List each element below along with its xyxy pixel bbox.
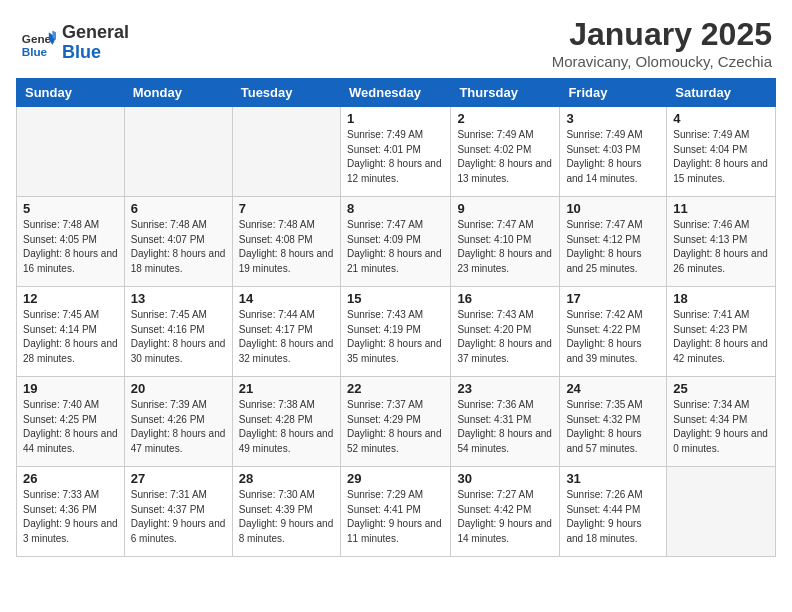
day-cell-1: 1Sunrise: 7:49 AMSunset: 4:01 PMDaylight… bbox=[340, 107, 450, 197]
day-info: Sunrise: 7:27 AMSunset: 4:42 PMDaylight:… bbox=[457, 488, 553, 546]
day-number: 17 bbox=[566, 291, 660, 306]
page-header: General Blue General Blue January 2025 M… bbox=[0, 0, 792, 78]
week-row-4: 19Sunrise: 7:40 AMSunset: 4:25 PMDayligh… bbox=[17, 377, 776, 467]
day-number: 13 bbox=[131, 291, 226, 306]
day-number: 16 bbox=[457, 291, 553, 306]
calendar-wrapper: SundayMondayTuesdayWednesdayThursdayFrid… bbox=[0, 78, 792, 565]
day-number: 3 bbox=[566, 111, 660, 126]
day-number: 2 bbox=[457, 111, 553, 126]
day-cell-11: 11Sunrise: 7:46 AMSunset: 4:13 PMDayligh… bbox=[667, 197, 776, 287]
day-cell-21: 21Sunrise: 7:38 AMSunset: 4:28 PMDayligh… bbox=[232, 377, 340, 467]
day-number: 10 bbox=[566, 201, 660, 216]
day-info: Sunrise: 7:40 AMSunset: 4:25 PMDaylight:… bbox=[23, 398, 118, 456]
day-cell-7: 7Sunrise: 7:48 AMSunset: 4:08 PMDaylight… bbox=[232, 197, 340, 287]
day-info: Sunrise: 7:39 AMSunset: 4:26 PMDaylight:… bbox=[131, 398, 226, 456]
day-number: 23 bbox=[457, 381, 553, 396]
day-info: Sunrise: 7:38 AMSunset: 4:28 PMDaylight:… bbox=[239, 398, 334, 456]
weekday-header-sunday: Sunday bbox=[17, 79, 125, 107]
day-cell-3: 3Sunrise: 7:49 AMSunset: 4:03 PMDaylight… bbox=[560, 107, 667, 197]
day-cell-14: 14Sunrise: 7:44 AMSunset: 4:17 PMDayligh… bbox=[232, 287, 340, 377]
calendar-table: SundayMondayTuesdayWednesdayThursdayFrid… bbox=[16, 78, 776, 557]
day-info: Sunrise: 7:36 AMSunset: 4:31 PMDaylight:… bbox=[457, 398, 553, 456]
week-row-5: 26Sunrise: 7:33 AMSunset: 4:36 PMDayligh… bbox=[17, 467, 776, 557]
day-cell-12: 12Sunrise: 7:45 AMSunset: 4:14 PMDayligh… bbox=[17, 287, 125, 377]
day-cell-27: 27Sunrise: 7:31 AMSunset: 4:37 PMDayligh… bbox=[124, 467, 232, 557]
day-number: 12 bbox=[23, 291, 118, 306]
day-number: 1 bbox=[347, 111, 444, 126]
day-number: 4 bbox=[673, 111, 769, 126]
day-cell-empty bbox=[232, 107, 340, 197]
day-cell-10: 10Sunrise: 7:47 AMSunset: 4:12 PMDayligh… bbox=[560, 197, 667, 287]
day-info: Sunrise: 7:45 AMSunset: 4:16 PMDaylight:… bbox=[131, 308, 226, 366]
day-number: 18 bbox=[673, 291, 769, 306]
day-cell-empty bbox=[667, 467, 776, 557]
day-info: Sunrise: 7:41 AMSunset: 4:23 PMDaylight:… bbox=[673, 308, 769, 366]
day-info: Sunrise: 7:35 AMSunset: 4:32 PMDaylight:… bbox=[566, 398, 660, 456]
day-number: 6 bbox=[131, 201, 226, 216]
day-info: Sunrise: 7:34 AMSunset: 4:34 PMDaylight:… bbox=[673, 398, 769, 456]
day-info: Sunrise: 7:42 AMSunset: 4:22 PMDaylight:… bbox=[566, 308, 660, 366]
day-cell-5: 5Sunrise: 7:48 AMSunset: 4:05 PMDaylight… bbox=[17, 197, 125, 287]
day-info: Sunrise: 7:31 AMSunset: 4:37 PMDaylight:… bbox=[131, 488, 226, 546]
day-cell-30: 30Sunrise: 7:27 AMSunset: 4:42 PMDayligh… bbox=[451, 467, 560, 557]
day-number: 29 bbox=[347, 471, 444, 486]
day-cell-13: 13Sunrise: 7:45 AMSunset: 4:16 PMDayligh… bbox=[124, 287, 232, 377]
day-number: 31 bbox=[566, 471, 660, 486]
day-number: 9 bbox=[457, 201, 553, 216]
day-cell-25: 25Sunrise: 7:34 AMSunset: 4:34 PMDayligh… bbox=[667, 377, 776, 467]
day-number: 15 bbox=[347, 291, 444, 306]
day-info: Sunrise: 7:47 AMSunset: 4:12 PMDaylight:… bbox=[566, 218, 660, 276]
calendar-header: SundayMondayTuesdayWednesdayThursdayFrid… bbox=[17, 79, 776, 107]
day-info: Sunrise: 7:30 AMSunset: 4:39 PMDaylight:… bbox=[239, 488, 334, 546]
day-info: Sunrise: 7:49 AMSunset: 4:02 PMDaylight:… bbox=[457, 128, 553, 186]
weekday-header-monday: Monday bbox=[124, 79, 232, 107]
weekday-header-saturday: Saturday bbox=[667, 79, 776, 107]
logo-line2: Blue bbox=[62, 43, 129, 63]
logo-line1: General bbox=[62, 23, 129, 43]
day-cell-23: 23Sunrise: 7:36 AMSunset: 4:31 PMDayligh… bbox=[451, 377, 560, 467]
day-cell-26: 26Sunrise: 7:33 AMSunset: 4:36 PMDayligh… bbox=[17, 467, 125, 557]
day-number: 26 bbox=[23, 471, 118, 486]
day-info: Sunrise: 7:48 AMSunset: 4:07 PMDaylight:… bbox=[131, 218, 226, 276]
day-info: Sunrise: 7:49 AMSunset: 4:04 PMDaylight:… bbox=[673, 128, 769, 186]
day-cell-empty bbox=[124, 107, 232, 197]
week-row-1: 1Sunrise: 7:49 AMSunset: 4:01 PMDaylight… bbox=[17, 107, 776, 197]
day-cell-28: 28Sunrise: 7:30 AMSunset: 4:39 PMDayligh… bbox=[232, 467, 340, 557]
day-info: Sunrise: 7:46 AMSunset: 4:13 PMDaylight:… bbox=[673, 218, 769, 276]
day-info: Sunrise: 7:44 AMSunset: 4:17 PMDaylight:… bbox=[239, 308, 334, 366]
logo: General Blue General Blue bbox=[20, 23, 129, 63]
day-number: 19 bbox=[23, 381, 118, 396]
day-cell-29: 29Sunrise: 7:29 AMSunset: 4:41 PMDayligh… bbox=[340, 467, 450, 557]
day-number: 20 bbox=[131, 381, 226, 396]
day-cell-8: 8Sunrise: 7:47 AMSunset: 4:09 PMDaylight… bbox=[340, 197, 450, 287]
day-cell-6: 6Sunrise: 7:48 AMSunset: 4:07 PMDaylight… bbox=[124, 197, 232, 287]
day-cell-9: 9Sunrise: 7:47 AMSunset: 4:10 PMDaylight… bbox=[451, 197, 560, 287]
week-row-3: 12Sunrise: 7:45 AMSunset: 4:14 PMDayligh… bbox=[17, 287, 776, 377]
day-info: Sunrise: 7:26 AMSunset: 4:44 PMDaylight:… bbox=[566, 488, 660, 546]
day-cell-4: 4Sunrise: 7:49 AMSunset: 4:04 PMDaylight… bbox=[667, 107, 776, 197]
day-cell-22: 22Sunrise: 7:37 AMSunset: 4:29 PMDayligh… bbox=[340, 377, 450, 467]
day-number: 5 bbox=[23, 201, 118, 216]
day-info: Sunrise: 7:37 AMSunset: 4:29 PMDaylight:… bbox=[347, 398, 444, 456]
day-info: Sunrise: 7:29 AMSunset: 4:41 PMDaylight:… bbox=[347, 488, 444, 546]
location-subtitle: Moravicany, Olomoucky, Czechia bbox=[552, 53, 772, 70]
day-number: 24 bbox=[566, 381, 660, 396]
weekday-header-wednesday: Wednesday bbox=[340, 79, 450, 107]
day-info: Sunrise: 7:47 AMSunset: 4:10 PMDaylight:… bbox=[457, 218, 553, 276]
day-cell-17: 17Sunrise: 7:42 AMSunset: 4:22 PMDayligh… bbox=[560, 287, 667, 377]
day-cell-16: 16Sunrise: 7:43 AMSunset: 4:20 PMDayligh… bbox=[451, 287, 560, 377]
day-info: Sunrise: 7:49 AMSunset: 4:03 PMDaylight:… bbox=[566, 128, 660, 186]
weekday-header-thursday: Thursday bbox=[451, 79, 560, 107]
day-info: Sunrise: 7:48 AMSunset: 4:05 PMDaylight:… bbox=[23, 218, 118, 276]
day-cell-24: 24Sunrise: 7:35 AMSunset: 4:32 PMDayligh… bbox=[560, 377, 667, 467]
day-cell-18: 18Sunrise: 7:41 AMSunset: 4:23 PMDayligh… bbox=[667, 287, 776, 377]
day-cell-15: 15Sunrise: 7:43 AMSunset: 4:19 PMDayligh… bbox=[340, 287, 450, 377]
day-number: 11 bbox=[673, 201, 769, 216]
day-number: 8 bbox=[347, 201, 444, 216]
day-info: Sunrise: 7:43 AMSunset: 4:19 PMDaylight:… bbox=[347, 308, 444, 366]
day-cell-empty bbox=[17, 107, 125, 197]
logo-icon: General Blue bbox=[20, 25, 56, 61]
day-number: 7 bbox=[239, 201, 334, 216]
title-block: January 2025 Moravicany, Olomoucky, Czec… bbox=[552, 16, 772, 70]
day-number: 14 bbox=[239, 291, 334, 306]
